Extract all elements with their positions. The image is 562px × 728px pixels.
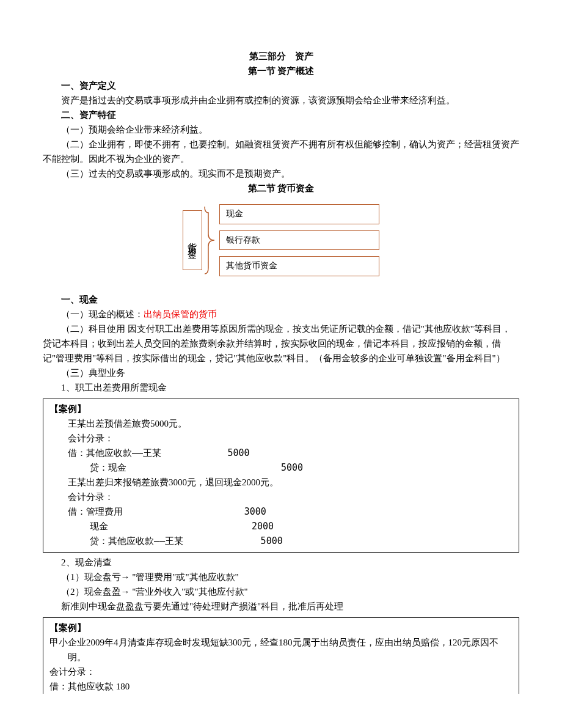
heading-features: 二、资产特征 xyxy=(43,108,519,122)
biz-2-sub-1: （1）现金盘亏→ "管理费用"或"其他应收款" xyxy=(43,570,519,584)
biz-1-title: 1、职工出差费用所需现金 xyxy=(43,380,519,395)
diagram-item-other: 其他货币资金 xyxy=(219,256,379,276)
case-1-line-7: 借：管理费用 3000 xyxy=(49,504,513,519)
case-2-label: 【案例】 xyxy=(49,620,513,635)
part-title: 第三部分 资产 xyxy=(43,49,519,64)
definition-text: 资产是指过去的交易或事项形成并由企业拥有或控制的资源，该资源预期会给企业带来经济… xyxy=(43,93,519,108)
feature-2: （二）企业拥有，即使不拥有，也要控制。如融资租赁资产不拥有所有权但能够控制，确认… xyxy=(43,137,519,166)
diagram-item-cash: 现金 xyxy=(219,204,379,224)
heading-definition: 一、资产定义 xyxy=(43,78,519,93)
case-1-line-4: 贷：现金 5000 xyxy=(49,460,513,475)
case-2-line-2: 会计分录： xyxy=(49,664,513,679)
cash-typical: （三）典型业务 xyxy=(43,366,519,380)
diagram-item-bank: 银行存款 xyxy=(219,230,379,250)
case-box-1: 【案例】 王某出差预借差旅费5000元。 会计分录： 借：其他应收款——王某 5… xyxy=(43,399,519,553)
case-1-line-3: 借：其他应收款——王某 5000 xyxy=(49,446,513,460)
case-1-label: 【案例】 xyxy=(49,402,513,416)
biz-2-sub-2: （2）现金盘盈→ "营业外收入"或"其他应付款" xyxy=(43,584,519,599)
brace-icon xyxy=(202,200,218,280)
feature-3: （三）过去的交易或事项形成的。现实而不是预期资产。 xyxy=(43,166,519,181)
section-2-title: 第二节 货币资金 xyxy=(43,181,519,196)
case-1-line-6: 会计分录： xyxy=(49,490,513,504)
cash-usage: （二）科目使用 因支付职工出差费用等原因所需的现金，按支出凭证所记载的金额，借记… xyxy=(43,322,519,366)
case-1-line-1: 王某出差预借差旅费5000元。 xyxy=(49,416,513,431)
section-1-title: 第一节 资产概述 xyxy=(43,64,519,78)
heading-cash: 一、现金 xyxy=(43,292,519,307)
diagram-items: 现金 银行存款 其他货币资金 xyxy=(219,204,379,276)
case-box-2: 【案例】 甲小企业2009年4月清查库存现金时发现短缺300元，经查180元属于… xyxy=(43,617,519,694)
case-1-line-9: 贷：其他应收款——王某 5000 xyxy=(49,534,513,548)
cash-overview-red: 出纳员保管的货币 xyxy=(144,309,217,319)
feature-1: （一）预期会给企业带来经济利益。 xyxy=(43,122,519,137)
money-funds-diagram: 货币资金 现金 银行存款 其他货币资金 xyxy=(43,200,519,280)
cash-overview-label: （一）现金的概述： xyxy=(61,309,144,319)
case-1-line-5: 王某出差归来报销差旅费3000元，退回现金2000元。 xyxy=(49,475,513,490)
case-2-line-1: 甲小企业2009年4月清查库存现金时发现短缺300元，经查180元属于出纳员责任… xyxy=(49,635,513,664)
biz-2-title: 2、现金清查 xyxy=(43,555,519,570)
diagram-root-box: 货币资金 xyxy=(183,210,202,270)
case-2-line-3: 借：其他应收款 180 xyxy=(49,679,513,694)
cash-overview: （一）现金的概述：出纳员保管的货币 xyxy=(43,307,519,322)
case-1-line-8: 现金 2000 xyxy=(49,519,513,534)
case-1-line-2: 会计分录： xyxy=(49,431,513,446)
biz-2-note: 新准则中现金盘盈盘亏要先通过"待处理财产损溢"科目，批准后再处理 xyxy=(43,599,519,614)
